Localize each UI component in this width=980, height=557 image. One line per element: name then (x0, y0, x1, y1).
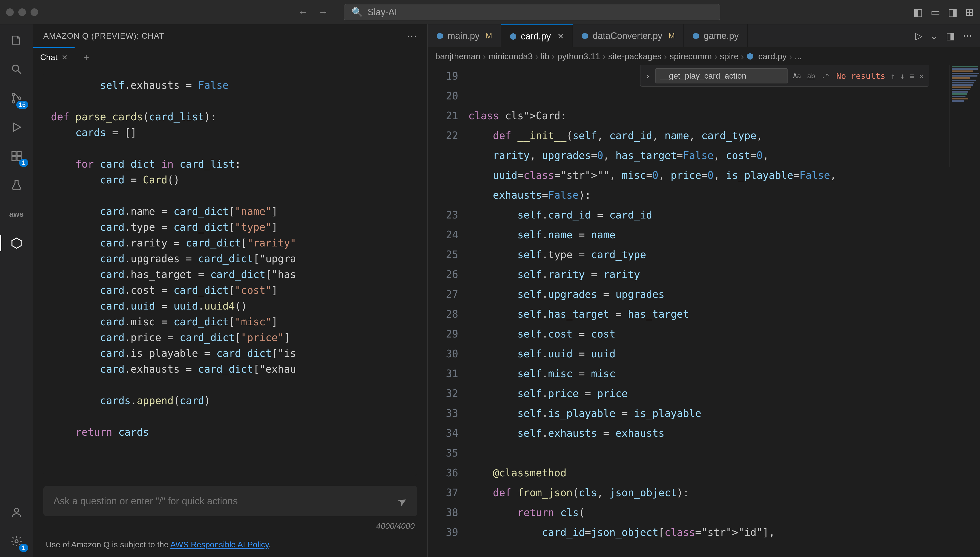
sidebar: AMAZON Q (PREVIEW): CHAT ⋯ Chat ✕ ＋ self… (33, 24, 428, 557)
find-case-icon[interactable]: Aa (791, 71, 803, 81)
svg-rect-5 (17, 151, 21, 156)
breadcrumb-segment[interactable]: banjtheman (435, 51, 480, 61)
line-number (428, 165, 458, 185)
run-debug-icon[interactable] (8, 119, 24, 135)
sidebar-more-icon[interactable]: ⋯ (407, 30, 417, 42)
find-regex-icon[interactable]: .* (819, 71, 831, 81)
extensions-badge: 1 (19, 159, 28, 167)
breadcrumb-segment[interactable]: spirecomm (670, 51, 712, 61)
find-widget: › Aa ab .* No results ↑ ↓ ≡ ✕ (640, 65, 929, 87)
svg-point-0 (13, 65, 19, 71)
tab-label: card.py (521, 31, 551, 42)
chat-tab[interactable]: Chat ✕ (33, 47, 75, 67)
editor-tab-main-py[interactable]: ⬢main.pyM (428, 24, 501, 47)
line-number: 19 (428, 66, 458, 86)
find-input[interactable] (655, 68, 788, 83)
source-control-icon[interactable]: 16 (8, 90, 24, 106)
close-window[interactable] (6, 8, 14, 16)
code-content[interactable]: class cls">Card: def __init__(self, card… (468, 65, 980, 557)
layout-panel-icon[interactable]: ▭ (931, 7, 940, 18)
chat-input[interactable] (54, 496, 398, 507)
breadcrumb-segment[interactable]: card.py (758, 51, 787, 61)
nav-back-icon[interactable]: ← (298, 7, 308, 18)
svg-point-3 (18, 97, 21, 99)
line-number: 34 (428, 423, 458, 443)
line-number: 35 (428, 443, 458, 463)
tab-close-icon[interactable]: ✕ (557, 32, 564, 41)
minimize-window[interactable] (18, 8, 26, 16)
line-number: 38 (428, 503, 458, 523)
command-center[interactable]: 🔍 Slay-AI (344, 4, 720, 20)
breadcrumb[interactable]: banjtheman›miniconda3›lib›python3.11›sit… (428, 47, 980, 65)
run-dropdown-icon[interactable]: ⌄ (930, 30, 938, 41)
maximize-window[interactable] (31, 8, 38, 16)
run-icon[interactable]: ▷ (915, 30, 923, 41)
tab-label: dataConverter.py (593, 31, 662, 41)
layout-customize-icon[interactable]: ⊞ (965, 7, 974, 18)
editor-tabs: ⬢main.pyM⬢card.py✕⬢dataConverter.pyM⬢gam… (428, 24, 980, 47)
line-number: 21 (428, 106, 458, 125)
breadcrumb-segment[interactable]: lib (541, 51, 549, 61)
settings-gear-icon[interactable]: 1 (8, 533, 24, 549)
window-controls (6, 8, 38, 16)
find-expand-icon[interactable]: › (645, 71, 650, 81)
breadcrumb-segment[interactable]: python3.11 (557, 51, 600, 61)
accounts-icon[interactable] (8, 504, 24, 520)
python-icon: ⬢ (693, 31, 699, 41)
line-number: 20 (428, 86, 458, 106)
extensions-icon[interactable]: 1 (8, 148, 24, 164)
breadcrumb-segment[interactable]: miniconda3 (488, 51, 533, 61)
find-next-icon[interactable]: ↓ (900, 71, 905, 81)
python-icon: ⬢ (510, 31, 517, 41)
line-number: 28 (428, 304, 458, 324)
breadcrumb-segment[interactable]: spire (720, 51, 739, 61)
find-close-icon[interactable]: ✕ (919, 71, 924, 81)
find-prev-icon[interactable]: ↑ (890, 71, 895, 81)
gutter: 19202122 2324252627282930313233343536373… (428, 65, 468, 557)
line-number: 36 (428, 463, 458, 483)
line-number (428, 185, 458, 205)
activity-bar: 16 1 aws 1 (0, 24, 33, 557)
layout-secondary-icon[interactable]: ◨ (948, 7, 957, 18)
aws-icon[interactable]: aws (8, 206, 24, 222)
line-number: 27 (428, 284, 458, 304)
python-icon: ⬢ (581, 31, 588, 41)
find-selection-icon[interactable]: ≡ (909, 71, 914, 81)
footer-link[interactable]: AWS Responsible AI Policy (170, 540, 269, 549)
chat-tab-close-icon[interactable]: ✕ (62, 53, 67, 62)
chat-tab-label: Chat (40, 53, 57, 62)
svg-rect-6 (12, 157, 16, 161)
editor-tab-card-py[interactable]: ⬢card.py✕ (501, 24, 573, 47)
line-number: 32 (428, 384, 458, 403)
editor-more-icon[interactable]: ⋯ (963, 30, 972, 41)
scm-badge: 16 (16, 101, 28, 109)
nav-forward-icon[interactable]: → (318, 7, 328, 18)
minimap[interactable] (949, 65, 980, 167)
line-number: 25 (428, 245, 458, 264)
tab-label: main.py (448, 31, 480, 41)
modified-indicator: M (486, 31, 492, 40)
find-word-icon[interactable]: ab (805, 71, 817, 81)
search-activity-icon[interactable] (8, 61, 24, 77)
editor-body: 19202122 2324252627282930313233343536373… (428, 65, 980, 557)
sidebar-title-text: AMAZON Q (PREVIEW): CHAT (43, 31, 164, 41)
line-number: 23 (428, 205, 458, 225)
explorer-icon[interactable] (8, 32, 24, 48)
chat-code-snippet: self.exhausts = False def parse_cards(ca… (43, 72, 417, 476)
line-number (428, 145, 458, 165)
editor-tab-game-py[interactable]: ⬢game.py (684, 24, 748, 47)
amazon-q-icon[interactable] (8, 235, 24, 251)
breadcrumb-segment[interactable]: site-packages (608, 51, 662, 61)
svg-point-9 (15, 540, 18, 543)
testing-icon[interactable] (8, 177, 24, 193)
footer-disclaimer: Use of Amazon Q is subject to the AWS Re… (33, 535, 427, 557)
split-editor-icon[interactable]: ◨ (946, 30, 955, 41)
layout-primary-icon[interactable]: ◧ (913, 7, 923, 18)
breadcrumb-segment[interactable]: ... (795, 51, 802, 61)
python-icon: ⬢ (746, 51, 754, 61)
line-number: 24 (428, 225, 458, 245)
svg-point-2 (12, 101, 15, 103)
new-chat-tab[interactable]: ＋ (75, 47, 98, 67)
editor-tab-dataConverter-py[interactable]: ⬢dataConverter.pyM (573, 24, 684, 47)
titlebar: ← → 🔍 Slay-AI ◧ ▭ ◨ ⊞ (0, 0, 980, 24)
